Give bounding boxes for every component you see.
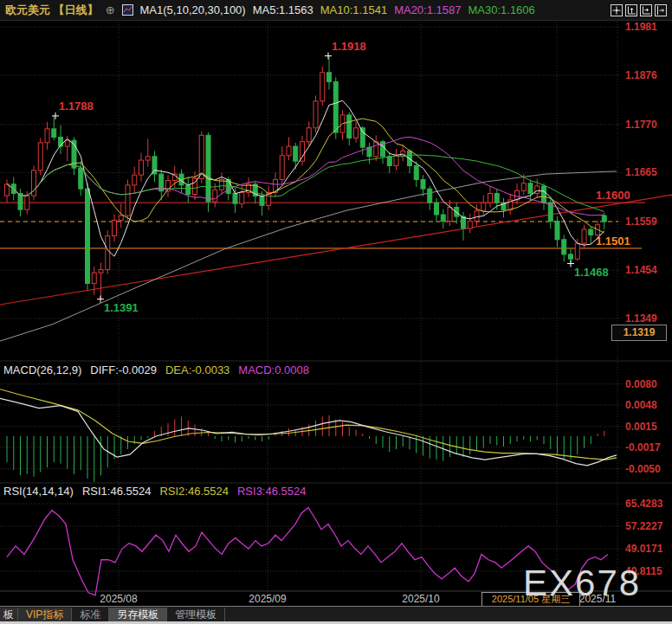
ma30-value: MA30:1.1606: [468, 3, 534, 16]
tab-standard[interactable]: 标准: [72, 608, 109, 622]
top-toolbar: 欧元美元 【日线】 ⊕ MA1(5,10,20,30,100) MA5:1.15…: [0, 0, 672, 21]
candle-body: [542, 186, 546, 203]
price-axis-label: 1.1559: [625, 216, 657, 228]
candle-body: [414, 165, 418, 179]
candle-body: [86, 189, 90, 283]
macd-macd-value: MACD:0.0008: [238, 363, 309, 376]
candle-body: [126, 185, 130, 216]
rsi2-value: RSI2:46.5524: [159, 485, 229, 498]
candle-body: [428, 189, 432, 203]
candle-body: [569, 254, 573, 259]
macd-dea-value: DEA:-0.0033: [165, 363, 229, 376]
ma-settings-label: MA1(5,10,20,30,100): [140, 3, 246, 16]
candle-body: [145, 157, 150, 160]
app-window: 1.19811.18761.17701.16651.15591.14541.13…: [0, 0, 672, 624]
scale-up-axis-icon[interactable]: [625, 4, 637, 16]
candle-body: [186, 185, 191, 195]
macd-diff-value: DIFF:-0.0029: [90, 363, 157, 376]
macd-header: MACD(26,12,9) DIFF:-0.0029 DEA:-0.0033 M…: [3, 363, 309, 376]
candle-body: [213, 190, 217, 202]
price-axis-label: 1.1454: [625, 264, 657, 276]
symbol-title[interactable]: 欧元美元 【日线】: [5, 3, 99, 18]
candle-body: [387, 157, 391, 166]
candle-body: [139, 160, 144, 175]
tab-template-partial[interactable]: 板: [0, 608, 18, 622]
price-level-box: 1.1319: [611, 325, 667, 341]
candle-body: [99, 269, 103, 273]
candle-body: [320, 73, 325, 101]
candle-body: [494, 193, 499, 203]
candle-body: [327, 73, 332, 82]
price-axis-label: 1.1770: [625, 119, 657, 131]
month-label: 2025/08: [100, 593, 138, 605]
chart-canvas[interactable]: 1.19811.18761.17701.16651.15591.14541.13…: [0, 0, 672, 624]
price-axis-label: 1.1981: [625, 21, 657, 33]
month-label: 2025/10: [402, 593, 440, 605]
candle-body: [575, 243, 579, 259]
candle-body: [481, 203, 486, 211]
candle-body: [313, 101, 318, 128]
candle-body: [240, 192, 244, 203]
candle-body: [206, 135, 210, 202]
candle-body: [199, 135, 204, 178]
candlestick-chart-icon[interactable]: [122, 4, 133, 16]
candle-body: [280, 156, 284, 180]
candle-body: [354, 128, 359, 138]
macd-axis-label: 0.0048: [625, 399, 657, 411]
candle-body: [52, 129, 56, 138]
macd-axis-label: 0.0015: [625, 421, 657, 433]
candle-body: [25, 196, 29, 209]
circle-plus-icon[interactable]: ⊕: [106, 3, 115, 16]
tab-save-as-template[interactable]: 另存模板: [109, 608, 167, 622]
candle-body: [602, 216, 606, 222]
candle-body: [441, 215, 445, 221]
candle-body: [468, 221, 472, 228]
candle-body: [38, 143, 42, 170]
candle-body: [475, 211, 479, 222]
price-axis-label: 1.1349: [625, 312, 657, 325]
rsi-axis-label: 57.2227: [625, 520, 663, 532]
level-label: 1.1501: [596, 235, 630, 248]
candle-body: [555, 221, 559, 239]
macd-axis-label: -0.0050: [625, 463, 661, 475]
candle-body: [307, 128, 311, 142]
candle-body: [421, 179, 425, 189]
candle-body: [374, 142, 378, 157]
candle-body: [394, 156, 398, 166]
price-axis-label: 1.1665: [625, 166, 657, 178]
ma5-value: MA5:1.1563: [253, 3, 313, 16]
crosshair-tool-icon[interactable]: [611, 4, 623, 16]
ma20-value: MA20:1.1587: [394, 3, 461, 16]
extreme-label: 1.1788: [59, 100, 94, 113]
tab-manage-templates[interactable]: 管理模板: [167, 608, 225, 622]
shift-right-icon[interactable]: [655, 4, 667, 16]
candle-body: [589, 229, 593, 235]
candle-body: [333, 81, 338, 132]
candle-body: [45, 129, 49, 143]
candle-body: [294, 146, 298, 161]
candle-body: [79, 168, 83, 189]
price-axis-label: 1.1876: [625, 69, 657, 81]
candle-body: [106, 236, 110, 270]
macd-settings-label: MACD(26,12,9): [3, 363, 81, 376]
scale-right-axis-icon[interactable]: [640, 4, 652, 16]
template-tabs: 板VIP指标标准另存模板管理模板: [0, 608, 672, 622]
ma10-value: MA10:1.1541: [320, 3, 387, 16]
candle-body: [92, 273, 96, 283]
candle-body: [300, 142, 305, 161]
template-tabbar: 板VIP指标标准另存模板管理模板: [0, 606, 672, 624]
level-label: 1.1600: [596, 189, 630, 202]
candle-body: [448, 207, 452, 221]
tab-vip-indicators[interactable]: VIP指标: [18, 608, 72, 622]
extreme-label: 1.1391: [104, 301, 139, 314]
candle-body: [582, 229, 586, 243]
rsi-axis-label: 49.0171: [625, 543, 663, 555]
candle-body: [132, 175, 137, 185]
candle-body: [113, 220, 117, 235]
candle-body: [347, 115, 352, 138]
rsi-settings-label: RSI(14,14,14): [3, 485, 74, 498]
macd-axis-label: -0.0017: [625, 441, 661, 454]
candle-body: [535, 186, 540, 194]
extreme-label: 1.1918: [332, 40, 366, 53]
candle-body: [488, 193, 493, 203]
